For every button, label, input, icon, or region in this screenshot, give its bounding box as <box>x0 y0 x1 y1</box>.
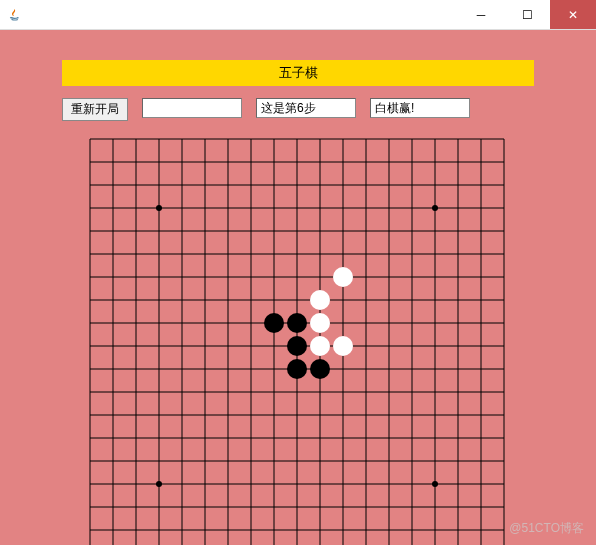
status-field-1[interactable] <box>142 98 242 118</box>
black-stone <box>287 336 307 356</box>
window-controls: ─ ☐ ✕ <box>458 0 596 29</box>
maximize-button[interactable]: ☐ <box>504 0 550 29</box>
java-icon <box>8 7 24 23</box>
white-stone <box>310 290 330 310</box>
restart-button[interactable]: 重新开局 <box>62 98 128 121</box>
star-point <box>156 205 162 211</box>
white-stone <box>310 336 330 356</box>
white-stone <box>333 336 353 356</box>
white-stone <box>310 313 330 333</box>
star-point <box>156 481 162 487</box>
watermark: @51CTO博客 <box>509 520 584 537</box>
close-button[interactable]: ✕ <box>550 0 596 29</box>
star-point <box>432 205 438 211</box>
star-point <box>432 481 438 487</box>
black-stone <box>287 313 307 333</box>
app-window: ─ ☐ ✕ 五子棋 重新开局 这是第6步 白棋赢! @51CTO博客 <box>0 0 596 545</box>
black-stone <box>310 359 330 379</box>
step-count-field[interactable]: 这是第6步 <box>256 98 356 118</box>
titlebar: ─ ☐ ✕ <box>0 0 596 30</box>
black-stone <box>287 359 307 379</box>
white-stone <box>333 267 353 287</box>
game-title: 五子棋 <box>279 64 318 82</box>
game-board[interactable] <box>62 129 532 545</box>
black-stone <box>264 313 284 333</box>
game-title-bar: 五子棋 <box>62 60 534 86</box>
winner-field[interactable]: 白棋赢! <box>370 98 470 118</box>
minimize-button[interactable]: ─ <box>458 0 504 29</box>
control-panel: 重新开局 这是第6步 白棋赢! <box>62 98 534 121</box>
